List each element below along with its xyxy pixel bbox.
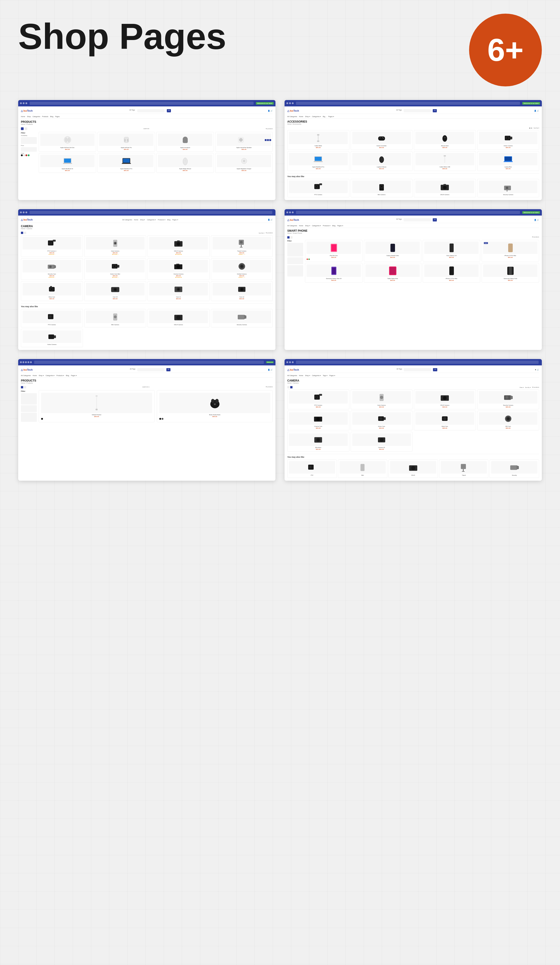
product-price: $XX.XX (366, 280, 420, 281)
product-item: Apple MacBook Air $XX.XX (39, 153, 96, 173)
list-view[interactable] (24, 386, 26, 388)
list-view-icon[interactable] (24, 128, 27, 130)
search-bar[interactable] (137, 109, 165, 112)
color-block (287, 265, 303, 276)
product-name: Game Controller (352, 145, 411, 146)
product-name: Samsung Galaxy Note 20 (307, 278, 361, 279)
sort-label: SORT BY ▾ (142, 386, 149, 388)
product-name: DSLR Camera (149, 250, 208, 252)
list-view[interactable] (290, 236, 292, 239)
svg-rect-66 (177, 240, 180, 242)
product-name: Tripod Camera (212, 250, 271, 252)
grid-icon[interactable] (21, 232, 23, 234)
nav-links: All Categories Home Shop ▾ Categories ▾ … (287, 375, 539, 378)
browser-bar-6 (284, 359, 542, 365)
shop-content-5: △ IsoTech All Tags All 👤 🛒 All Categorie… (18, 365, 276, 425)
product-image (352, 433, 411, 446)
url-bar (29, 101, 254, 105)
svg-text:b: b (214, 403, 215, 405)
camera-products-grid: PTZ Camera 1 $XX.XX ★★★★☆ Insta Camera $… (21, 236, 273, 301)
you-may-like-label: You may also like (287, 175, 539, 178)
dot (289, 102, 291, 104)
grid-view-icon[interactable] (21, 128, 24, 130)
nav-allcats: All Categories (287, 375, 297, 376)
svg-point-112 (211, 399, 214, 403)
breadcrumb: Home / Products (21, 382, 273, 384)
product-price: $XX.XX (158, 170, 212, 171)
svg-rect-82 (176, 263, 179, 265)
store-btn: Welcome to our store (522, 211, 540, 214)
product-price: $XX.XX (352, 168, 411, 169)
all-cats: All Categories (122, 219, 132, 221)
rating: ★★★★☆ (23, 254, 82, 255)
color-black[interactable] (21, 154, 23, 156)
grid-view[interactable] (287, 386, 289, 388)
color-green[interactable] (28, 154, 29, 156)
product-price: $XX.XX (158, 149, 212, 150)
camera-item: DSLR Camera $XX.XX ★★★★★ (147, 236, 209, 257)
svg-point-4 (124, 139, 126, 142)
search[interactable] (137, 368, 165, 371)
all-tags: All Tags (396, 109, 402, 112)
view-toggle (287, 236, 292, 239)
camera-item: PTZ Camera 1 $XX.XX ★★★★☆ (21, 236, 83, 257)
search-bar[interactable] (403, 109, 431, 112)
products-grid: Apple AirPods 2nd Gen $XX.XX Apple AirPo… (39, 132, 273, 173)
svg-point-54 (506, 187, 508, 188)
list-view[interactable] (290, 386, 292, 388)
product-image (366, 265, 420, 277)
color-swatches (21, 154, 37, 156)
product-item: Apple Homepod $XX.XX (156, 132, 214, 152)
related-item: DSLR Camera (147, 309, 209, 327)
search[interactable] (404, 368, 431, 371)
svg-point-98 (241, 288, 243, 290)
nav-products: Products (42, 116, 48, 117)
nav-cats: All Categories (287, 116, 297, 118)
color-red[interactable] (25, 154, 27, 156)
nav-shop: Shop ▾ (140, 219, 145, 221)
logo: △ IsoTech (21, 218, 33, 221)
product-price: $XX.XX (40, 170, 95, 171)
nav-prods: Products ▾ (323, 225, 330, 227)
grid-view[interactable] (287, 236, 289, 239)
product-name: Apple Magic Mouse (158, 168, 212, 169)
products-main: Default Product $XX.XX b Beats Studio Bu (39, 390, 273, 422)
product-price: $XX.XX (217, 170, 271, 171)
nav-tags: Tags ▾ (323, 375, 328, 376)
camera-item: Tripod Camera $XX.XX ★★★☆☆ (211, 236, 273, 257)
search[interactable] (403, 218, 431, 221)
nav-home: Home (299, 225, 304, 227)
you-may-like-section: You may also like PTZ Camera Mini Camera (287, 173, 539, 197)
svg-point-88 (51, 288, 53, 290)
product-image (149, 260, 208, 272)
count: 40 products (266, 386, 273, 388)
store-btn: Welcome to our store (256, 102, 274, 105)
browser-bar-1: Welcome to our store (18, 100, 276, 106)
camera-item: PTZ Camera $XX.XX (287, 389, 349, 409)
svg-point-78 (114, 265, 116, 267)
filter-label: Filter (287, 240, 303, 242)
rating: ★★★★☆ (23, 276, 82, 278)
svg-marker-106 (244, 315, 247, 319)
availability-block (287, 243, 303, 257)
related-item: DSLR (389, 460, 438, 478)
product-name: Apple MacBook Pro (99, 168, 153, 169)
svg-point-104 (176, 316, 180, 319)
svg-point-124 (443, 397, 446, 399)
camera-item: Cam 11 $XX.XX (147, 281, 209, 301)
dot (286, 211, 288, 213)
dot (20, 102, 22, 104)
product-item: b Beats Studio Buds $XX.XX (157, 390, 273, 422)
product-image (212, 283, 271, 295)
color-white[interactable] (23, 154, 25, 156)
related-item: Mini (338, 460, 387, 478)
grid-view[interactable] (21, 386, 23, 388)
url-bar (296, 361, 539, 364)
list-icon[interactable] (24, 232, 26, 234)
sort-label: SORT BY (144, 128, 149, 129)
nav-home: Home (299, 375, 304, 376)
nav-home: Home (21, 116, 25, 117)
svg-rect-108 (54, 335, 56, 338)
product-name: Mini Camera (352, 194, 411, 195)
nav-allcats: All Categories (287, 225, 297, 227)
